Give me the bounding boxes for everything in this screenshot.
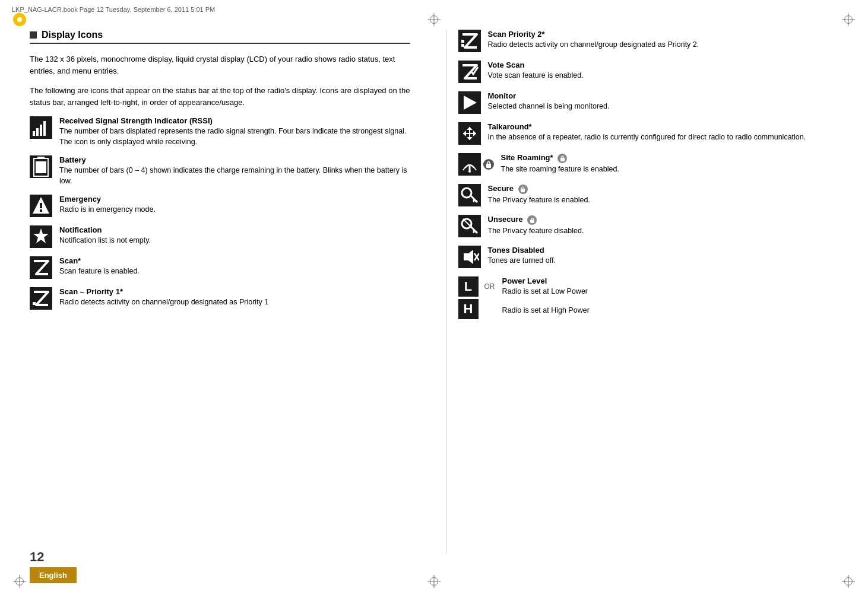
- svg-marker-17: [473, 131, 476, 136]
- secure-desc: The Privacy feature is enabled.: [488, 195, 839, 206]
- tones-disabled-icon: [458, 246, 481, 268]
- battery-desc: The number of bars (0 – 4) shown indicat…: [59, 166, 410, 186]
- svg-marker-20: [467, 137, 473, 140]
- svg-rect-35: [530, 220, 534, 223]
- rssi-row: Received Signal Strength Indicator (RSSI…: [30, 116, 410, 147]
- scan-priority1-title: Scan – Priority 1*: [59, 287, 410, 296]
- unsecure-icon: [458, 215, 481, 237]
- scan-priority2-row: Scan Priority 2* Radio detects activity …: [458, 30, 839, 52]
- monitor-desc: Selected channel is being monitored.: [488, 101, 839, 112]
- svg-rect-2: [40, 125, 42, 136]
- svg-rect-8: [40, 203, 42, 208]
- power-low-letter: L: [464, 279, 472, 294]
- svg-rect-1: [36, 128, 39, 136]
- rssi-desc: The number of bars displated represents …: [59, 126, 410, 147]
- svg-point-22: [468, 170, 471, 173]
- section-heading: Display Icons: [30, 30, 410, 44]
- notification-row: Notification Notification list is not em…: [30, 225, 410, 248]
- scan-priority2-icon: [458, 30, 481, 52]
- notification-icon: [30, 225, 52, 248]
- power-level-title: Power Level: [502, 276, 839, 285]
- tones-disabled-text: Tones Disabled Tones are turned off.: [488, 246, 839, 266]
- power-low-icon: L: [458, 276, 479, 297]
- left-column: Display Icons The 132 x 36 pixels, monoc…: [30, 30, 422, 554]
- monitor-title: Monitor: [488, 91, 839, 100]
- site-roaming-icon: [458, 153, 481, 176]
- power-high-letter: H: [464, 301, 473, 317]
- power-high-desc: Radio is set at High Power: [502, 306, 839, 316]
- svg-rect-3: [43, 121, 46, 136]
- rssi-title: Received Signal Strength Indicator (RSSI…: [59, 116, 410, 125]
- power-low-desc: Radio is set at Low Power: [502, 287, 839, 297]
- power-level-text: Power Level Radio is set at Low Power Ra…: [502, 276, 839, 316]
- svg-rect-24: [560, 158, 565, 161]
- talkaround-icon: [458, 122, 481, 145]
- svg-rect-29: [521, 189, 525, 192]
- tones-disabled-row: Tones Disabled Tones are turned off.: [458, 246, 839, 268]
- notification-desc: Notification list is not empty.: [59, 236, 410, 246]
- emergency-icon: [30, 195, 52, 217]
- emergency-title: Emergency: [59, 195, 410, 203]
- unsecure-desc: The Privacy feature disabled.: [488, 226, 839, 237]
- site-roaming-lock-badge: [483, 159, 494, 170]
- battery-row: Battery The number of bars (0 – 4) shown…: [30, 155, 410, 186]
- unsecure-title: Unsecure: [488, 215, 839, 225]
- svg-marker-19: [467, 127, 473, 130]
- scan-priority1-desc: Radio detects activity on channel/group …: [59, 297, 410, 308]
- scan-priority1-row: Scan – Priority 1* Radio detects activit…: [30, 287, 410, 310]
- tones-disabled-desc: Tones are turned off.: [488, 256, 839, 266]
- battery-text: Battery The number of bars (0 – 4) shown…: [59, 155, 410, 186]
- svg-marker-10: [33, 228, 49, 243]
- scan-desc: Scan feature is enabled.: [59, 266, 410, 277]
- secure-text: Secure The Privacy feature is enabled.: [488, 184, 839, 205]
- site-roaming-title: Site Roaming*: [501, 153, 839, 163]
- site-roaming-desc: The site roaming feature is enabled.: [501, 164, 839, 175]
- vote-scan-text: Vote Scan Vote scan feature is enabled.: [488, 61, 839, 81]
- secure-row: Secure The Privacy feature is enabled.: [458, 184, 839, 206]
- power-level-row: L OR H Power Level Radio is set at Low P…: [458, 276, 839, 322]
- unsecure-lock-badge: [527, 215, 537, 225]
- bottom-left-area: 12 English: [30, 549, 77, 583]
- vote-scan-desc: Vote scan feature is enabled.: [488, 71, 839, 81]
- intro-paragraph-1: The 132 x 36 pixels, monochrome display,…: [30, 53, 410, 77]
- emergency-desc: Radio is in emergency mode.: [59, 205, 410, 215]
- intro-paragraph-2: The following are icons that appear on t…: [30, 85, 410, 108]
- vote-scan-row: Vote Scan Vote scan feature is enabled.: [458, 61, 839, 83]
- tones-disabled-title: Tones Disabled: [488, 246, 839, 255]
- talkaround-row: Talkaround* In the absence of a repeater…: [458, 122, 839, 145]
- secure-icon: [458, 184, 481, 206]
- scan-priority1-icon: [30, 287, 52, 310]
- monitor-icon: [458, 91, 481, 114]
- page-number: 12: [30, 549, 77, 565]
- scan-icon: [30, 256, 52, 279]
- svg-rect-11: [33, 302, 36, 305]
- unsecure-row: Unsecure The Privacy feature disabled.: [458, 215, 839, 237]
- rssi-text: Received Signal Strength Indicator (RSSI…: [59, 116, 410, 147]
- talkaround-title: Talkaround*: [488, 122, 839, 131]
- svg-rect-0: [33, 131, 35, 136]
- scan-priority2-desc: Radio detects activity on channel/group …: [488, 40, 839, 50]
- rssi-icon: [30, 116, 52, 139]
- svg-marker-36: [464, 250, 473, 264]
- battery-icon: [30, 155, 52, 178]
- unsecure-text: Unsecure The Privacy feature disabled.: [488, 215, 839, 236]
- language-tab: English: [30, 567, 77, 583]
- site-roaming-row: Site Roaming* The site roaming feature i…: [458, 153, 839, 176]
- svg-marker-14: [464, 96, 477, 110]
- scan-priority2-title: Scan Priority 2*: [488, 30, 839, 39]
- svg-rect-23: [486, 164, 491, 168]
- talkaround-text: Talkaround* In the absence of a repeater…: [488, 122, 839, 143]
- svg-rect-9: [40, 209, 42, 212]
- scan-title: Scan*: [59, 256, 410, 265]
- svg-rect-12: [461, 44, 464, 47]
- scan-priority1-text: Scan – Priority 1* Radio detects activit…: [59, 287, 410, 308]
- emergency-row: Emergency Radio is in emergency mode.: [30, 195, 410, 217]
- vote-scan-title: Vote Scan: [488, 61, 839, 69]
- scan-text: Scan* Scan feature is enabled.: [59, 256, 410, 277]
- site-roaming-lock-inline: [557, 154, 567, 163]
- section-title: Display Icons: [42, 30, 103, 40]
- secure-lock-badge: [518, 185, 528, 194]
- power-high-icon: H: [458, 299, 479, 319]
- svg-marker-16: [463, 131, 466, 136]
- vote-scan-icon: [458, 61, 481, 83]
